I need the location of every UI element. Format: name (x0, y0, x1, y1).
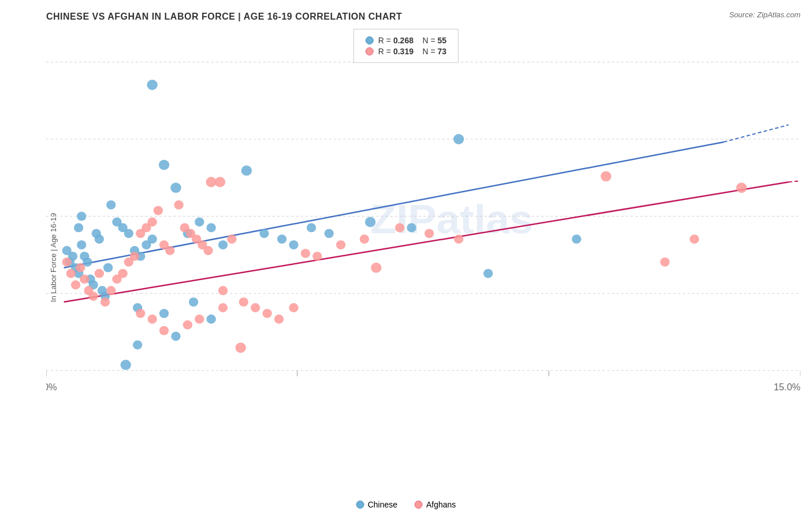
svg-point-35 (106, 200, 116, 210)
chart-container: CHINESE VS AFGHAN IN LABOR FORCE | AGE 1… (0, 0, 812, 515)
svg-point-73 (76, 263, 85, 273)
svg-point-46 (195, 218, 204, 227)
svg-point-48 (218, 240, 228, 249)
svg-point-111 (183, 320, 192, 330)
svg-point-44 (170, 182, 181, 193)
svg-point-117 (395, 223, 404, 232)
svg-point-67 (121, 360, 131, 370)
svg-point-55 (365, 217, 375, 227)
svg-point-43 (159, 160, 169, 170)
afghans-bottom-dot (415, 501, 423, 509)
afghans-dot (366, 47, 374, 55)
afghans-label: Afghans (426, 500, 456, 509)
svg-point-122 (690, 234, 699, 244)
bottom-legend: Chinese Afghans (356, 500, 456, 509)
afghans-legend-text: R = 0.319 N = 73 (378, 47, 446, 56)
svg-point-107 (371, 263, 381, 273)
svg-point-56 (407, 223, 416, 232)
svg-point-31 (95, 234, 104, 244)
svg-point-25 (77, 240, 86, 249)
svg-point-109 (147, 315, 157, 324)
svg-point-68 (77, 212, 86, 221)
svg-point-66 (572, 234, 581, 244)
svg-point-106 (360, 234, 369, 244)
svg-text:0.0%: 0.0% (46, 382, 57, 393)
svg-point-74 (80, 275, 89, 284)
svg-point-79 (106, 286, 116, 295)
svg-point-89 (165, 246, 174, 255)
legend-box: R = 0.268 N = 55 R = 0.319 N = 73 (353, 29, 459, 63)
svg-point-108 (136, 309, 145, 318)
svg-point-61 (189, 297, 198, 307)
legend-row-afghans: R = 0.319 N = 73 (366, 47, 446, 56)
svg-point-81 (118, 269, 127, 278)
chart-title: CHINESE VS AFGHAN IN LABOR FORCE | AGE 1… (46, 12, 800, 22)
svg-point-57 (147, 80, 157, 90)
chinese-dot (366, 36, 374, 44)
svg-point-47 (207, 223, 216, 232)
svg-text:ZIPatlas: ZIPatlas (370, 196, 533, 242)
svg-point-112 (195, 315, 204, 324)
svg-line-19 (789, 181, 800, 182)
svg-point-63 (207, 315, 216, 324)
svg-point-115 (236, 342, 246, 353)
svg-point-59 (159, 309, 169, 318)
svg-point-100 (262, 309, 271, 318)
svg-point-51 (277, 234, 286, 244)
svg-point-114 (218, 286, 228, 295)
svg-point-123 (736, 182, 747, 193)
svg-text:15.0%: 15.0% (774, 382, 800, 393)
svg-point-77 (95, 269, 104, 278)
svg-point-34 (103, 263, 113, 273)
svg-point-87 (154, 206, 163, 215)
svg-point-78 (100, 297, 110, 307)
svg-point-42 (147, 234, 157, 244)
svg-point-118 (424, 229, 434, 238)
svg-point-105 (336, 240, 345, 249)
svg-point-60 (171, 332, 180, 341)
svg-point-101 (274, 315, 284, 324)
scatter-chart: 80.0% 60.0% 40.0% 20.0% 0.0% 15.0% ZIPat… (46, 28, 800, 473)
svg-point-121 (660, 258, 669, 267)
svg-point-103 (301, 249, 310, 258)
svg-point-52 (289, 240, 298, 249)
svg-point-86 (147, 218, 157, 227)
afghans-legend-item: Afghans (415, 500, 456, 509)
svg-point-120 (601, 171, 611, 181)
svg-point-70 (62, 258, 72, 267)
svg-point-83 (130, 252, 139, 261)
chinese-legend-item: Chinese (356, 500, 397, 509)
svg-point-113 (218, 303, 228, 312)
svg-point-116 (206, 177, 217, 187)
svg-point-49 (241, 166, 252, 176)
svg-point-97 (227, 234, 236, 244)
chinese-bottom-dot (356, 501, 364, 509)
svg-point-119 (454, 234, 463, 244)
svg-point-62 (133, 340, 142, 349)
svg-point-50 (259, 229, 269, 238)
legend-row-chinese: R = 0.268 N = 55 (366, 36, 446, 45)
svg-point-65 (483, 269, 493, 278)
source-label: Source: ZipAtlas.com (729, 10, 800, 19)
svg-point-98 (239, 297, 248, 307)
svg-point-99 (251, 303, 260, 312)
svg-point-95 (203, 246, 213, 255)
svg-point-76 (88, 292, 98, 301)
svg-point-53 (307, 223, 316, 232)
chinese-legend-text: R = 0.268 N = 55 (378, 36, 446, 45)
svg-point-102 (289, 303, 298, 312)
svg-point-38 (124, 229, 133, 238)
svg-point-71 (66, 269, 76, 278)
chinese-label: Chinese (368, 500, 397, 509)
svg-point-54 (325, 229, 334, 238)
chart-area: 80.0% 60.0% 40.0% 20.0% 0.0% 15.0% ZIPat… (46, 28, 800, 473)
svg-point-72 (71, 280, 80, 289)
svg-point-104 (312, 252, 322, 261)
svg-point-64 (453, 134, 464, 144)
svg-point-90 (174, 200, 183, 210)
svg-point-69 (74, 223, 83, 232)
svg-point-110 (159, 326, 169, 335)
